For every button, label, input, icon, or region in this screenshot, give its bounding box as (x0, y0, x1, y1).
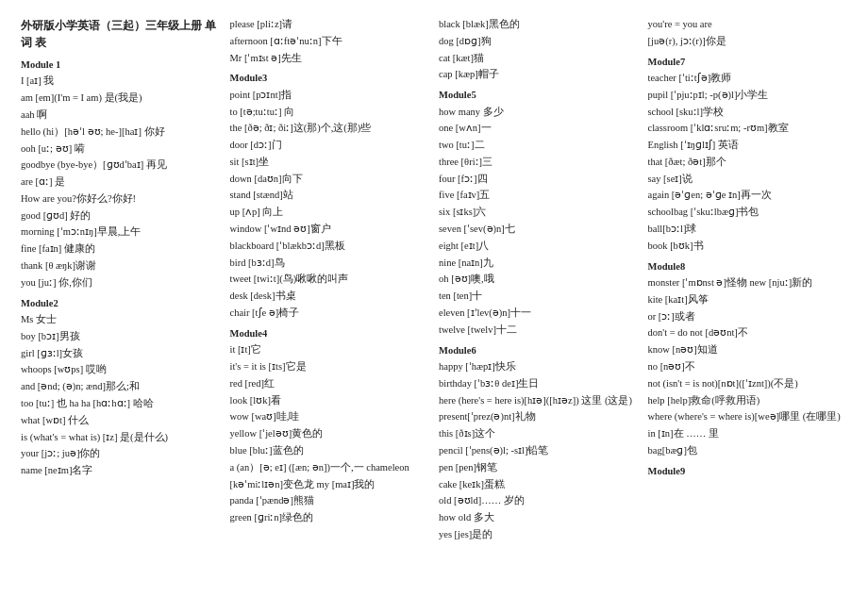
word-entry: you [juː] 你,你们 (21, 275, 221, 291)
word-entry: ooh [uː; əʊ] 嗬 (21, 141, 221, 158)
word-entry: Mr [ˈmɪst ə]先生 (230, 51, 430, 67)
word-entry: no [nəʊ]不 (648, 359, 848, 375)
word-entry: boy [bɔɪ]男孩 (21, 329, 221, 345)
word-entry: wow [waʊ]哇,哇 (230, 409, 430, 425)
word-entry: the [ðə; ðɪ; ðiː]这(那)个,这(那)些 (230, 121, 430, 137)
module-label: Module2 (21, 295, 221, 311)
word-entry: cap [kæp]帽子 (439, 67, 639, 83)
column-4-container: you're = you are[juə(r), jɔː(r)]你是Module… (648, 17, 848, 544)
word-entry: say [seɪ]说 (648, 172, 848, 188)
word-entry: [juə(r), jɔː(r)]你是 (648, 34, 848, 50)
word-entry: kite [kaɪt]风筝 (648, 292, 848, 308)
word-entry: two [tuː]二 (439, 138, 639, 154)
word-entry: English [ˈɪŋɡlɪʃ] 英语 (648, 138, 848, 154)
word-entry: dog [dɒɡ]狗 (439, 34, 639, 50)
word-entry: stand [stænd]站 (230, 188, 430, 204)
word-entry: again [əˈɡen; əˈɡe ɪn]再一次 (648, 188, 848, 204)
word-entry: down [daʊn]向下 (230, 172, 430, 188)
word-entry: you're = you are (648, 17, 848, 33)
word-entry: what [wɒt] 什么 (21, 413, 221, 429)
word-entry: here (here's = here is)[hɪə]([hɪəz]) 这里 … (439, 393, 639, 409)
column-2-container: please [pliːz]请afternoon [ɑːftəˈnuːn]下午M… (230, 17, 440, 544)
word-entry: blue [bluː]蓝色的 (230, 443, 430, 459)
word-entry: or [ɔː]或者 (648, 309, 848, 325)
word-entry: I [aɪ] 我 (21, 74, 221, 90)
word-entry: morning [ˈmɔːnɪŋ]早晨,上午 (21, 224, 221, 241)
module-label: Module9 (648, 463, 848, 479)
word-entry: red [red]红 (230, 376, 430, 392)
word-entry: fine [faɪn] 健康的 (21, 241, 221, 257)
word-entry: please [pliːz]请 (230, 17, 430, 33)
word-entry: bird [bɜːd]鸟 (230, 256, 430, 272)
word-entry: oh [əʊ]噢,哦 (439, 272, 639, 288)
word-entry: girl [ɡɜːl]女孩 (21, 346, 221, 362)
module-label: Module6 (439, 342, 639, 358)
word-entry: birthday [ˈbɜːθ deɪ]生日 (439, 376, 639, 392)
word-entry: nine [naɪn]九 (439, 256, 639, 272)
word-entry: happy [ˈhæpɪ]快乐 (439, 359, 639, 375)
module-label: Module7 (648, 54, 848, 70)
word-entry: seven [ˈsev(ə)n]七 (439, 222, 639, 238)
word-entry: window [ˈwɪnd əʊ]窗户 (230, 222, 430, 238)
word-entry: tweet [twiːt](鸟)啾啾的叫声 (230, 272, 430, 288)
word-entry: how many 多少 (439, 105, 639, 121)
word-entry: it's = it is [ɪts]它是 (230, 359, 430, 375)
word-entry: hello (hi）[həˈl əʊ; he-][haɪ] 你好 (21, 124, 221, 141)
word-entry: present[ˈprez(ə)nt]礼物 (439, 409, 639, 425)
word-entry: a (an）[ə; eɪ] ([æn; ən])一个,一 chameleon (230, 460, 430, 476)
word-entry: to [tə;tuːtuː] 向 (230, 105, 430, 121)
word-entry: where (where's = where is)[weə]哪里 (在哪里) (648, 409, 848, 425)
word-entry: one [wʌn]一 (439, 121, 639, 137)
word-entry: is (what's = what is) [ɪz] 是(是什么) (21, 430, 221, 446)
word-entry: black [blæk]黑色的 (439, 17, 639, 33)
word-entry: three [θriː]三 (439, 155, 639, 171)
word-entry: school [skuːl]学校 (648, 105, 848, 121)
word-entry: Ms 女士 (21, 312, 221, 328)
column-1: Module 1I [aɪ] 我am [em](I'm = I am) 是(我是… (21, 57, 221, 479)
word-entry: whoops [wʊps] 哎哟 (21, 362, 221, 378)
page-layout: 外研版小学英语（三起）三年级上册 单 词 表 Module 1I [aɪ] 我a… (21, 17, 847, 544)
word-entry: five [faɪv]五 (439, 188, 639, 204)
word-entry: cake [keɪk]蛋糕 (439, 477, 639, 493)
word-entry: yes [jes]是的 (439, 527, 639, 543)
word-entry: name [neɪm]名字 (21, 463, 221, 479)
word-entry: How are you?你好么?你好! (21, 191, 221, 207)
word-entry: thank [θ æŋk]谢谢 (21, 258, 221, 274)
word-entry: teacher [ˈtiːtʃə]教师 (648, 71, 848, 87)
word-entry: pen [pen]钢笔 (439, 460, 639, 476)
word-entry: [kəˈmiːlɪən]变色龙 my [maɪ]我的 (230, 477, 430, 493)
word-entry: ball[bɔːl]球 (648, 222, 848, 238)
word-entry: and [ənd; (ə)n; ænd]那么;和 (21, 379, 221, 395)
word-entry: ten [ten]十 (439, 289, 639, 305)
word-entry: bag[bæɡ]包 (648, 443, 848, 459)
word-entry: goodbye (bye-bye）[ɡʊdˈbaɪ] 再见 (21, 158, 221, 174)
word-entry: yellow [ˈjeləʊ]黄色的 (230, 426, 430, 442)
word-entry: chair [tʃe ə]椅子 (230, 306, 430, 322)
word-entry: monster [ˈmɒnst ə]怪物 new [njuː]新的 (648, 275, 848, 291)
page-title: 外研版小学英语（三起）三年级上册 单 词 表 (21, 17, 221, 51)
module-label: Module5 (439, 87, 639, 103)
column-3: black [blæk]黑色的dog [dɒɡ]狗cat [kæt]猫cap [… (439, 17, 639, 543)
word-entry: how old 多大 (439, 510, 639, 526)
column-3-container: black [blæk]黑色的dog [dɒɡ]狗cat [kæt]猫cap [… (439, 17, 648, 544)
word-entry: look [lʊk]看 (230, 393, 430, 409)
word-entry: classroom [ˈklɑːsruːm; -rʊm]教室 (648, 121, 848, 137)
column-4: you're = you are[juə(r), jɔː(r)]你是Module… (648, 17, 848, 479)
word-entry: panda [ˈpændə]熊猫 (230, 493, 430, 509)
module-label: Module3 (230, 70, 430, 86)
word-entry: eleven [ɪˈlev(ə)n]十一 (439, 306, 639, 322)
word-entry: twelve [twelv]十二 (439, 323, 639, 339)
word-entry: in [ɪn]在 …… 里 (648, 426, 848, 442)
word-entry: help [help]救命(呼救用语) (648, 393, 848, 409)
module-label: Module4 (230, 325, 430, 341)
word-entry: pupil [ˈpjuːpɪl; -p(ə)l]小学生 (648, 88, 848, 104)
word-entry: sit [sɪt]坐 (230, 155, 430, 171)
word-entry: green [ɡriːn]绿色的 (230, 510, 430, 526)
word-entry: that [ðæt; ðət]那个 (648, 155, 848, 171)
word-entry: don't = do not [dəʊnt]不 (648, 325, 848, 341)
word-entry: your [jɔː; juə]你的 (21, 446, 221, 462)
word-entry: pencil [ˈpens(ə)l; -sɪl]铅笔 (439, 443, 639, 459)
word-entry: eight [eɪt]八 (439, 239, 639, 255)
word-entry: door [dɔː]门 (230, 138, 430, 154)
module-label: Module8 (648, 258, 848, 274)
